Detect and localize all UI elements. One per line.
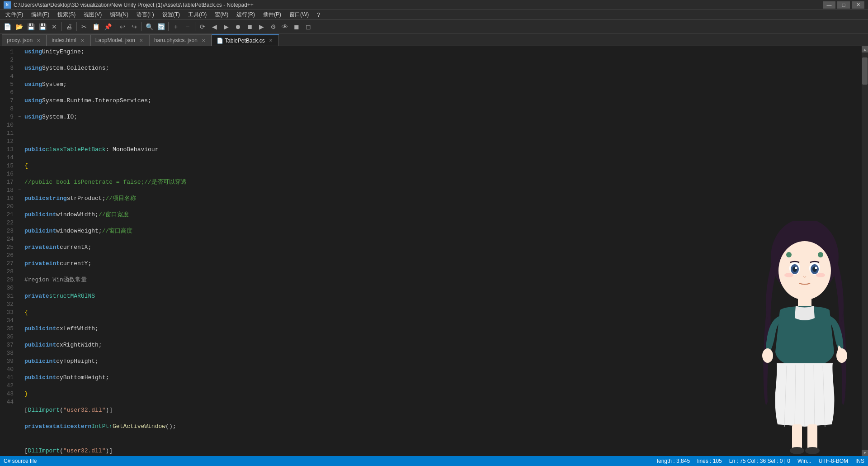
fold28 (16, 268, 23, 276)
toolbar-cut[interactable]: ✂ (79, 21, 90, 32)
vertical-scrollbar[interactable]: ▲ ▼ (862, 46, 868, 456)
ln32: 32 (0, 300, 16, 309)
toolbar-options[interactable]: ⚙ (268, 21, 278, 32)
code-editor[interactable]: using UnityEngine; using System.Collecti… (23, 46, 862, 456)
toolbar-zoom-in[interactable]: + (170, 21, 181, 32)
toolbar: 📄 📂 💾 💾 ✕ 🖨 ✂ 📋 📌 ↩ ↪ 🔍 🔄 + − ⟳ ◀ ▶ ⏺ ⏹ … (0, 20, 868, 33)
tab-index-html[interactable]: index.html ✕ (47, 34, 90, 46)
ln37: 37 (0, 341, 16, 349)
ln40: 40 (0, 366, 16, 374)
ln1: 1 (0, 48, 16, 56)
fold20 (16, 203, 23, 211)
ln18: 18 (0, 186, 16, 195)
toolbar-copy[interactable]: 📋 (90, 21, 101, 32)
toolbar-print[interactable]: 🖨 (64, 21, 75, 32)
line-3: using System; (24, 81, 862, 89)
ln30: 30 (0, 284, 16, 292)
menu-tools[interactable]: 工具(O) (184, 10, 210, 19)
line-11: public string strProduct;//项目名称 (24, 195, 862, 203)
toolbar-replace[interactable]: 🔄 (156, 21, 166, 32)
maximize-button[interactable]: □ (837, 1, 850, 9)
toolbar-sync[interactable]: ⟳ (197, 21, 208, 32)
tab-proxy-json[interactable]: proxy. json ✕ (2, 34, 47, 46)
titlebar-controls: — □ ✕ (823, 1, 864, 9)
line-12: public int windowWidth;//窗口宽度 (24, 211, 862, 219)
scroll-down-button[interactable]: ▼ (862, 450, 868, 456)
tabbar: proxy. json ✕ index.html ✕ LappModel. js… (0, 33, 868, 46)
ln12: 12 (0, 138, 16, 146)
tab-tablepetback[interactable]: 📄 TablePetBack.cs ✕ (212, 34, 279, 46)
fold34 (16, 317, 23, 325)
tab-lappmodel[interactable]: LappModel. json ✕ (90, 34, 149, 46)
fold24 (16, 235, 23, 243)
tab-close-index[interactable]: ✕ (79, 37, 85, 43)
close-button[interactable]: ✕ (852, 1, 864, 9)
line-15: private int currentY; (24, 260, 862, 268)
menu-help[interactable]: ? (313, 11, 324, 19)
ln41: 41 (0, 374, 16, 382)
tab-label: haru.physics. json (154, 37, 198, 43)
fold42 (16, 382, 23, 390)
fold36 (16, 333, 23, 341)
line-8: public class TablePetBack : MonoBehaviou… (24, 146, 862, 154)
ln26: 26 (0, 252, 16, 260)
toolbar-extra2[interactable]: ◻ (303, 21, 314, 32)
toolbar-open[interactable]: 📂 (14, 21, 24, 32)
fold21 (16, 211, 23, 219)
toolbar-extra1[interactable]: ◼ (291, 21, 302, 32)
app-icon: N (4, 1, 11, 9)
line-23: } (24, 390, 862, 398)
line-18: { (24, 309, 862, 317)
tab-close-lapp[interactable]: ✕ (138, 37, 144, 43)
fold25 (16, 243, 23, 252)
menu-language[interactable]: 语言(L) (133, 10, 158, 19)
menu-search[interactable]: 搜索(S) (54, 10, 79, 19)
tab-close-tablepet[interactable]: ✕ (268, 38, 274, 44)
menu-macro[interactable]: 宏(M) (211, 10, 232, 19)
toolbar-stop[interactable]: ⏹ (244, 21, 255, 32)
scroll-thumb[interactable] (862, 57, 868, 85)
menu-run[interactable]: 运行(R) (233, 10, 259, 19)
toolbar-undo[interactable]: ↩ (117, 21, 128, 32)
toolbar-find[interactable]: 🔍 (144, 21, 155, 32)
ln31: 31 (0, 292, 16, 300)
menu-edit[interactable]: 编辑(E) (28, 10, 53, 19)
titlebar-left: N C:\Users\Astar\Desktop\3D visualizatio… (4, 1, 254, 9)
toolbar-sep2 (76, 22, 77, 31)
ln3: 3 (0, 64, 16, 72)
line-25: private static extern IntPtr GetActiveWi… (24, 423, 862, 431)
ln9: 9 (0, 113, 16, 121)
menu-window[interactable]: 窗口(W) (286, 10, 312, 19)
toolbar-zoom-out[interactable]: − (182, 21, 193, 32)
menu-file[interactable]: 文件(F) (2, 10, 27, 19)
toolbar-save[interactable]: 💾 (25, 21, 36, 32)
menu-encode[interactable]: 编码(N) (106, 10, 132, 19)
minimize-button[interactable]: — (823, 1, 835, 9)
ln33: 33 (0, 309, 16, 317)
ln39: 39 (0, 357, 16, 366)
line-21: public int cyTopHeight; (24, 357, 862, 366)
tab-close-proxy[interactable]: ✕ (35, 37, 42, 43)
scroll-track[interactable] (862, 52, 868, 450)
ln16: 16 (0, 170, 16, 178)
scroll-up-button[interactable]: ▲ (862, 46, 868, 52)
window-title: C:\Users\Astar\Desktop\3D visualization\… (14, 2, 254, 8)
tab-close-haru[interactable]: ✕ (200, 37, 207, 43)
menu-settings[interactable]: 设置(T) (159, 10, 184, 19)
toolbar-close[interactable]: ✕ (49, 21, 60, 32)
toolbar-redo[interactable]: ↪ (129, 21, 140, 32)
menu-plugins[interactable]: 插件(P) (259, 10, 285, 19)
ln34: 34 (0, 317, 16, 325)
statusbar-left: C# source file (4, 458, 37, 464)
toolbar-new[interactable]: 📄 (2, 21, 13, 32)
toolbar-play[interactable]: ▶ (256, 21, 267, 32)
toolbar-record[interactable]: ⏺ (232, 21, 243, 32)
fold6 (16, 89, 23, 97)
toolbar-paste[interactable]: 📌 (102, 21, 113, 32)
tab-haru-physics[interactable]: haru.physics. json ✕ (149, 34, 212, 46)
menu-view[interactable]: 视图(V) (80, 10, 105, 19)
toolbar-prev[interactable]: ◀ (209, 21, 220, 32)
toolbar-view[interactable]: 👁 (279, 21, 290, 32)
toolbar-save-all[interactable]: 💾 (37, 21, 48, 32)
toolbar-next[interactable]: ▶ (221, 21, 231, 32)
